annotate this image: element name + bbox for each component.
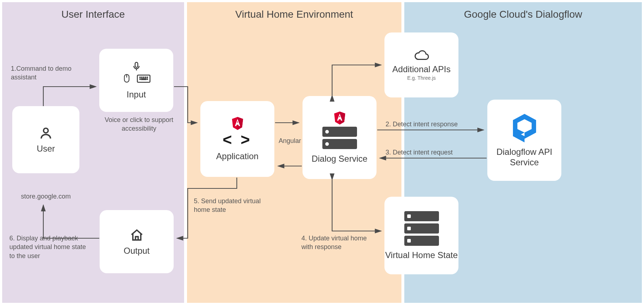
code-brackets-icon: < > [223,131,252,149]
box-virtual-home-state: Virtual Home State [384,197,458,274]
angular-icon-dialog-service [333,111,346,125]
virtual-home-state-server-icon [404,211,439,246]
box-additional-apis: Additional APIs E.g. Three.js [384,32,458,97]
svg-point-10 [147,79,148,79]
box-application-title: Application [216,151,258,162]
box-dialogflow-api-service: Dialogflow API Service [487,100,561,181]
label-step1: 1.Command to demo assistant [11,64,78,82]
label-step6: 6. Display and playback updated virtual … [9,234,87,260]
svg-point-9 [140,79,140,79]
box-user: User [12,106,79,173]
mouse-icon [122,73,131,84]
box-dialog-service-title: Dialog Service [312,153,367,164]
svg-point-5 [142,77,142,78]
angular-icon-application [231,116,244,131]
label-step2: 2. Detect intent response [386,120,458,128]
box-output-title: Output [123,245,149,256]
dialog-service-server-icon [322,127,357,149]
svg-rect-11 [141,79,146,80]
dialogflow-icon [511,113,538,143]
zone-title-vhe: Virtual Home Environment [187,2,401,20]
cloud-icon [413,49,430,62]
zone-title-ui: User Interface [2,2,184,20]
input-icons [122,61,151,86]
box-dialogflow-title: Dialogflow API Service [487,147,561,168]
box-output: Output [100,210,174,273]
label-step4: 4. Update virtual home with response [301,234,370,252]
architecture-diagram: User Interface Virtual Home Environment … [0,0,644,305]
svg-rect-1 [135,62,138,67]
box-dialog-service: Dialog Service [303,96,377,179]
box-application: < > Application [200,101,274,177]
svg-point-0 [44,128,48,133]
box-additional-apis-title: Additional APIs [392,64,451,74]
caption-input: Voice or click to support accessibility [103,116,175,133]
svg-point-7 [145,77,146,78]
box-virtual-home-state-title: Virtual Home State [385,250,458,260]
svg-point-6 [143,77,144,78]
label-store-google: store.google.com [21,192,71,201]
keyboard-icon [136,74,151,84]
label-step3: 3. Detect intent request [386,148,453,157]
label-angular: Angular [279,136,301,145]
box-user-title: User [37,143,55,154]
label-step5: 5. Send updated virtual home state [194,197,266,214]
box-input: Input [99,49,173,112]
svg-point-4 [140,77,140,78]
user-icon [38,125,54,141]
home-icon [129,227,145,243]
box-additional-apis-subtitle: E.g. Three.js [407,75,436,81]
box-input-title: Input [127,89,146,100]
microphone-icon [131,61,142,72]
zone-title-gdf: Google Cloud's Dialogflow [404,2,642,20]
svg-point-8 [147,77,148,78]
